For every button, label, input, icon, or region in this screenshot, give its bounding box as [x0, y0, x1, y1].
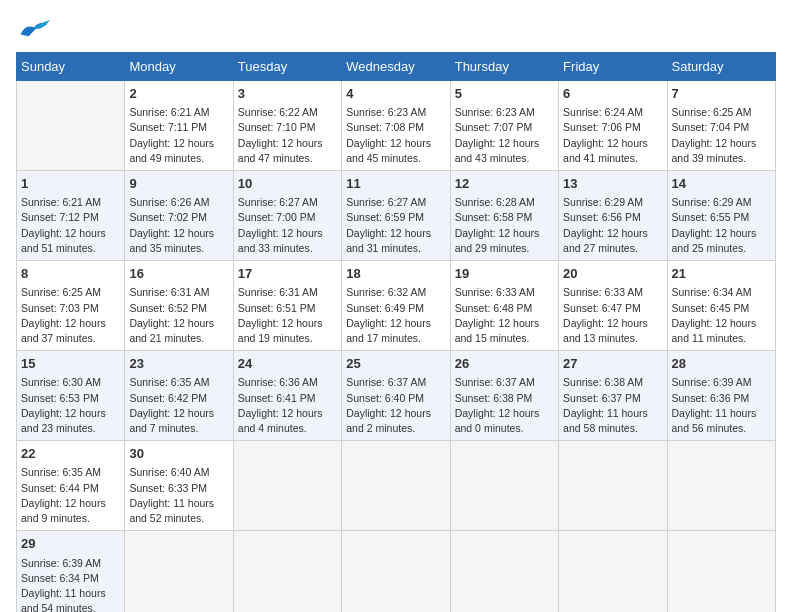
- calendar-cell: [233, 531, 341, 612]
- calendar-cell: 11Sunrise: 6:27 AMSunset: 6:59 PMDayligh…: [342, 171, 450, 261]
- day-info: Sunrise: 6:23 AMSunset: 7:07 PMDaylight:…: [455, 105, 554, 166]
- day-number: 29: [21, 535, 120, 553]
- calendar-cell: 19Sunrise: 6:33 AMSunset: 6:48 PMDayligh…: [450, 261, 558, 351]
- calendar-cell: 25Sunrise: 6:37 AMSunset: 6:40 PMDayligh…: [342, 351, 450, 441]
- day-info: Sunrise: 6:32 AMSunset: 6:49 PMDaylight:…: [346, 285, 445, 346]
- day-number: 6: [563, 85, 662, 103]
- calendar-cell: [559, 531, 667, 612]
- calendar-cell: 13Sunrise: 6:29 AMSunset: 6:56 PMDayligh…: [559, 171, 667, 261]
- calendar-cell: 1Sunrise: 6:21 AMSunset: 7:12 PMDaylight…: [17, 171, 125, 261]
- day-number: 1: [21, 175, 120, 193]
- day-info: Sunrise: 6:39 AMSunset: 6:36 PMDaylight:…: [672, 375, 771, 436]
- calendar-cell: 14Sunrise: 6:29 AMSunset: 6:55 PMDayligh…: [667, 171, 775, 261]
- day-number: 19: [455, 265, 554, 283]
- calendar-cell: 20Sunrise: 6:33 AMSunset: 6:47 PMDayligh…: [559, 261, 667, 351]
- day-number: 28: [672, 355, 771, 373]
- weekday-header-wednesday: Wednesday: [342, 53, 450, 81]
- day-number: 26: [455, 355, 554, 373]
- calendar-cell: 23Sunrise: 6:35 AMSunset: 6:42 PMDayligh…: [125, 351, 233, 441]
- calendar-cell: [17, 81, 125, 171]
- day-number: 12: [455, 175, 554, 193]
- day-info: Sunrise: 6:27 AMSunset: 7:00 PMDaylight:…: [238, 195, 337, 256]
- logo: [16, 16, 56, 44]
- day-number: 2: [129, 85, 228, 103]
- day-number: 14: [672, 175, 771, 193]
- calendar-cell: [342, 441, 450, 531]
- day-info: Sunrise: 6:38 AMSunset: 6:37 PMDaylight:…: [563, 375, 662, 436]
- calendar-cell: 9Sunrise: 6:26 AMSunset: 7:02 PMDaylight…: [125, 171, 233, 261]
- calendar-week-1: 1Sunrise: 6:21 AMSunset: 7:12 PMDaylight…: [17, 171, 776, 261]
- calendar-week-0: 2Sunrise: 6:21 AMSunset: 7:11 PMDaylight…: [17, 81, 776, 171]
- calendar-cell: [667, 441, 775, 531]
- calendar-cell: 27Sunrise: 6:38 AMSunset: 6:37 PMDayligh…: [559, 351, 667, 441]
- day-number: 5: [455, 85, 554, 103]
- day-number: 20: [563, 265, 662, 283]
- calendar-week-4: 22Sunrise: 6:35 AMSunset: 6:44 PMDayligh…: [17, 441, 776, 531]
- day-info: Sunrise: 6:39 AMSunset: 6:34 PMDaylight:…: [21, 556, 120, 613]
- calendar-cell: [125, 531, 233, 612]
- weekday-header-thursday: Thursday: [450, 53, 558, 81]
- calendar-cell: 21Sunrise: 6:34 AMSunset: 6:45 PMDayligh…: [667, 261, 775, 351]
- calendar-cell: [667, 531, 775, 612]
- day-info: Sunrise: 6:35 AMSunset: 6:42 PMDaylight:…: [129, 375, 228, 436]
- calendar-cell: 28Sunrise: 6:39 AMSunset: 6:36 PMDayligh…: [667, 351, 775, 441]
- day-number: 23: [129, 355, 228, 373]
- day-number: 3: [238, 85, 337, 103]
- day-info: Sunrise: 6:36 AMSunset: 6:41 PMDaylight:…: [238, 375, 337, 436]
- calendar-cell: 18Sunrise: 6:32 AMSunset: 6:49 PMDayligh…: [342, 261, 450, 351]
- day-info: Sunrise: 6:40 AMSunset: 6:33 PMDaylight:…: [129, 465, 228, 526]
- day-info: Sunrise: 6:27 AMSunset: 6:59 PMDaylight:…: [346, 195, 445, 256]
- day-number: 15: [21, 355, 120, 373]
- day-number: 22: [21, 445, 120, 463]
- day-info: Sunrise: 6:28 AMSunset: 6:58 PMDaylight:…: [455, 195, 554, 256]
- day-number: 25: [346, 355, 445, 373]
- day-info: Sunrise: 6:30 AMSunset: 6:53 PMDaylight:…: [21, 375, 120, 436]
- day-info: Sunrise: 6:33 AMSunset: 6:48 PMDaylight:…: [455, 285, 554, 346]
- day-info: Sunrise: 6:25 AMSunset: 7:03 PMDaylight:…: [21, 285, 120, 346]
- day-number: 21: [672, 265, 771, 283]
- day-number: 8: [21, 265, 120, 283]
- day-info: Sunrise: 6:24 AMSunset: 7:06 PMDaylight:…: [563, 105, 662, 166]
- day-number: 17: [238, 265, 337, 283]
- calendar-cell: 4Sunrise: 6:23 AMSunset: 7:08 PMDaylight…: [342, 81, 450, 171]
- calendar-body: 2Sunrise: 6:21 AMSunset: 7:11 PMDaylight…: [17, 81, 776, 613]
- weekday-header-friday: Friday: [559, 53, 667, 81]
- day-number: 27: [563, 355, 662, 373]
- weekday-header-sunday: Sunday: [17, 53, 125, 81]
- day-info: Sunrise: 6:31 AMSunset: 6:51 PMDaylight:…: [238, 285, 337, 346]
- day-info: Sunrise: 6:37 AMSunset: 6:38 PMDaylight:…: [455, 375, 554, 436]
- calendar-cell: 16Sunrise: 6:31 AMSunset: 6:52 PMDayligh…: [125, 261, 233, 351]
- day-number: 10: [238, 175, 337, 193]
- day-info: Sunrise: 6:31 AMSunset: 6:52 PMDaylight:…: [129, 285, 228, 346]
- day-info: Sunrise: 6:37 AMSunset: 6:40 PMDaylight:…: [346, 375, 445, 436]
- day-number: 24: [238, 355, 337, 373]
- day-info: Sunrise: 6:23 AMSunset: 7:08 PMDaylight:…: [346, 105, 445, 166]
- calendar-cell: [233, 441, 341, 531]
- calendar-cell: 3Sunrise: 6:22 AMSunset: 7:10 PMDaylight…: [233, 81, 341, 171]
- bird-icon: [16, 16, 52, 44]
- day-number: 18: [346, 265, 445, 283]
- day-number: 16: [129, 265, 228, 283]
- calendar-week-5: 29Sunrise: 6:39 AMSunset: 6:34 PMDayligh…: [17, 531, 776, 612]
- day-info: Sunrise: 6:35 AMSunset: 6:44 PMDaylight:…: [21, 465, 120, 526]
- day-info: Sunrise: 6:25 AMSunset: 7:04 PMDaylight:…: [672, 105, 771, 166]
- calendar-table: SundayMondayTuesdayWednesdayThursdayFrid…: [16, 52, 776, 612]
- calendar-cell: 29Sunrise: 6:39 AMSunset: 6:34 PMDayligh…: [17, 531, 125, 612]
- calendar-cell: [450, 441, 558, 531]
- calendar-cell: 26Sunrise: 6:37 AMSunset: 6:38 PMDayligh…: [450, 351, 558, 441]
- calendar-cell: 5Sunrise: 6:23 AMSunset: 7:07 PMDaylight…: [450, 81, 558, 171]
- calendar-cell: 30Sunrise: 6:40 AMSunset: 6:33 PMDayligh…: [125, 441, 233, 531]
- calendar-cell: [559, 441, 667, 531]
- day-info: Sunrise: 6:21 AMSunset: 7:12 PMDaylight:…: [21, 195, 120, 256]
- day-number: 7: [672, 85, 771, 103]
- calendar-cell: 22Sunrise: 6:35 AMSunset: 6:44 PMDayligh…: [17, 441, 125, 531]
- calendar-cell: 17Sunrise: 6:31 AMSunset: 6:51 PMDayligh…: [233, 261, 341, 351]
- day-info: Sunrise: 6:26 AMSunset: 7:02 PMDaylight:…: [129, 195, 228, 256]
- weekday-header-saturday: Saturday: [667, 53, 775, 81]
- calendar-week-2: 8Sunrise: 6:25 AMSunset: 7:03 PMDaylight…: [17, 261, 776, 351]
- calendar-cell: 24Sunrise: 6:36 AMSunset: 6:41 PMDayligh…: [233, 351, 341, 441]
- day-info: Sunrise: 6:34 AMSunset: 6:45 PMDaylight:…: [672, 285, 771, 346]
- day-info: Sunrise: 6:29 AMSunset: 6:55 PMDaylight:…: [672, 195, 771, 256]
- calendar-cell: 8Sunrise: 6:25 AMSunset: 7:03 PMDaylight…: [17, 261, 125, 351]
- calendar-week-3: 15Sunrise: 6:30 AMSunset: 6:53 PMDayligh…: [17, 351, 776, 441]
